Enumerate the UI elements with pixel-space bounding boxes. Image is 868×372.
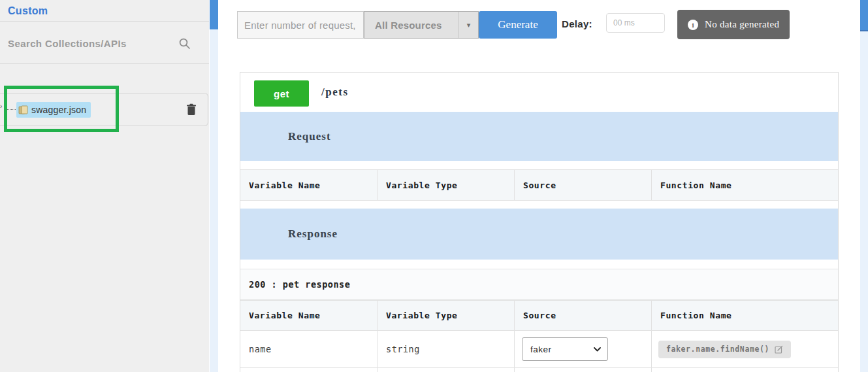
sidebar-title: Custom — [8, 5, 48, 17]
delay-label: Delay: — [562, 18, 592, 29]
request-section-title: Request — [240, 130, 331, 143]
http-method-badge: get — [254, 80, 309, 107]
trash-icon — [186, 103, 197, 116]
table-row: name string faker faker.name.findName() — [240, 331, 838, 368]
response-code-text: 200 : pet response — [240, 279, 350, 290]
endpoint-path: /pets — [321, 73, 349, 112]
cell-source: faker — [515, 331, 652, 367]
tree-connector-line — [5, 99, 17, 110]
cell-variable-name: name — [240, 331, 378, 367]
request-table-header: Variable Name Variable Type Source Funct… — [240, 169, 838, 201]
dropdown-caret-box: ▾ — [458, 12, 478, 38]
request-section-band: Request — [240, 112, 838, 161]
response-table-header: Variable Name Variable Type Source Funct… — [240, 300, 838, 331]
sidebar-scrollbar-thumb[interactable] — [210, 0, 218, 29]
divider — [0, 63, 209, 64]
delete-collection-button[interactable] — [185, 103, 197, 116]
column-header-variable-type: Variable Type — [378, 301, 515, 330]
column-header-variable-name: Variable Name — [240, 301, 378, 330]
generate-button[interactable]: Generate — [479, 11, 557, 39]
search-input[interactable] — [8, 33, 172, 54]
column-header-function-name: Function Name — [652, 170, 838, 200]
info-icon: i — [688, 20, 698, 30]
sidebar-scrollbar-track[interactable] — [210, 0, 218, 372]
column-header-function-name: Function Name — [652, 301, 838, 330]
status-text: No data generated — [705, 19, 779, 30]
source-select-value: faker — [530, 345, 552, 354]
column-header-source: Source — [515, 301, 652, 330]
main-scrollbar-thumb[interactable] — [860, 0, 868, 31]
source-select[interactable]: faker — [522, 337, 608, 361]
function-name-text: faker.name.findName() — [666, 345, 769, 354]
resources-dropdown-value: All Resources — [364, 20, 458, 31]
edit-icon[interactable] — [775, 345, 783, 354]
chevron-down-icon: ▾ — [467, 21, 471, 29]
endpoint-header-row[interactable]: get /pets — [240, 73, 838, 112]
json-file-icon — [18, 105, 28, 115]
function-name-badge[interactable]: faker.name.findName() — [658, 341, 791, 358]
response-code-row: 200 : pet response — [240, 269, 838, 300]
mock-data-generator-app: Custom › swagger.json — [0, 0, 868, 372]
cell-function-name: faker.name.findName() — [652, 331, 838, 367]
response-section-band: Response — [240, 209, 838, 260]
collection-name: swagger.json — [31, 105, 86, 115]
column-header-source: Source — [515, 170, 652, 200]
status-badge: i No data generated — [677, 10, 790, 39]
column-header-variable-type: Variable Type — [378, 170, 515, 200]
main-scrollbar-track[interactable] — [860, 0, 868, 372]
tree-expander-icon[interactable]: › — [0, 103, 2, 110]
column-header-variable-name: Variable Name — [240, 170, 378, 200]
request-count-input[interactable] — [237, 11, 364, 39]
resources-dropdown[interactable]: All Resources ▾ — [364, 11, 479, 39]
cell-variable-type: string — [378, 331, 515, 367]
chevron-down-icon — [594, 347, 601, 352]
api-panel: get /pets Request Variable Name Variable… — [240, 72, 839, 372]
sidebar: Custom › swagger.json — [0, 0, 209, 372]
divider — [0, 21, 209, 22]
delay-input[interactable] — [606, 13, 665, 33]
sidebar-item-swagger-json[interactable]: swagger.json — [16, 102, 91, 118]
search-icon[interactable] — [179, 38, 190, 49]
response-section-title: Response — [240, 228, 338, 241]
next-table-row-partial — [240, 368, 838, 372]
collection-row: › swagger.json — [0, 93, 208, 126]
